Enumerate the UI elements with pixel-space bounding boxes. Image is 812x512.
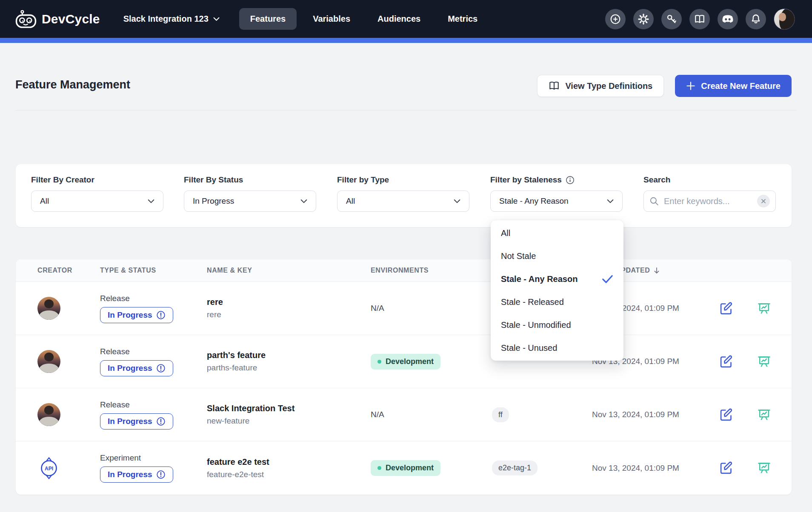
filter-creator-select[interactable]: All (31, 191, 163, 212)
name-key-cell[interactable]: Slack Integration Test new-feature (207, 404, 371, 426)
type-status-cell: Experiment In Progress (100, 453, 207, 483)
dropdown-option-stale-unmodified[interactable]: Stale - Unmodified (491, 313, 623, 336)
dropdown-option-stale-released[interactable]: Stale - Released (491, 290, 623, 313)
feature-key: parths-feature (207, 363, 371, 373)
sort-down-arrow-icon (653, 267, 660, 274)
filter-creator: Filter By Creator All (31, 175, 163, 212)
nav-tab-variables[interactable]: Variables (302, 8, 361, 30)
dropdown-option-not-stale[interactable]: Not Stale (491, 245, 623, 267)
feature-name: rere (207, 297, 371, 307)
project-selector[interactable]: Slack Integration 123 (123, 14, 220, 24)
status-badge[interactable]: In Progress (100, 307, 173, 323)
updated-cell: Nov 13, 2024, 01:09 PM (592, 410, 714, 419)
edit-icon[interactable] (719, 355, 733, 369)
filter-status: Filter By Status In Progress (184, 175, 316, 212)
feature-name: parth's feature (207, 350, 371, 360)
name-key-cell[interactable]: feature e2e test feature-e2e-test (207, 457, 371, 479)
filter-type-label: Filter by Type (337, 175, 469, 185)
filter-type-select[interactable]: All (337, 191, 469, 212)
add-circle-icon[interactable] (605, 9, 626, 29)
feature-management-screen: DevCycle Slack Integration 123 Features … (0, 0, 812, 512)
api-robot-icon: API (37, 457, 60, 480)
navbar-icon-group (605, 9, 795, 30)
exclamation-circle-icon (156, 417, 166, 426)
creator-avatar (37, 350, 60, 373)
features-table: CREATOR TYPE & STATUS NAME & KEY ENVIRON… (16, 259, 792, 495)
status-badge[interactable]: In Progress (100, 413, 173, 430)
col-header-name-key: NAME & KEY (207, 267, 371, 274)
chevron-down-icon (607, 199, 614, 204)
status-badge[interactable]: In Progress (100, 466, 173, 483)
edit-icon[interactable] (719, 302, 733, 316)
type-status-cell: Release In Progress (100, 347, 207, 376)
discord-icon[interactable] (718, 9, 738, 29)
create-new-feature-button[interactable]: Create New Feature (675, 75, 792, 97)
table-row[interactable]: Release In Progress parth's feature part… (16, 335, 792, 388)
info-icon[interactable] (566, 176, 575, 185)
filter-search: Search (643, 175, 776, 212)
feature-key: rere (207, 310, 371, 319)
feature-type: Release (100, 400, 130, 410)
filter-staleness: Filter by Staleness Stale - Any Reason (490, 175, 623, 212)
analytics-icon[interactable] (757, 461, 771, 475)
key-icon[interactable] (661, 9, 682, 29)
filter-staleness-label-text: Filter by Staleness (490, 175, 562, 185)
edit-icon[interactable] (719, 408, 733, 422)
exclamation-circle-icon (156, 364, 166, 373)
search-input[interactable] (664, 196, 752, 206)
feature-type: Release (100, 294, 130, 303)
feature-name: Slack Integration Test (207, 404, 371, 413)
primary-nav: Features Variables Audiences Metrics (239, 8, 489, 30)
brand-logo[interactable]: DevCycle (15, 10, 100, 28)
creator-cell (16, 403, 100, 426)
project-selector-label: Slack Integration 123 (123, 14, 209, 24)
gear-icon[interactable] (633, 9, 654, 29)
name-key-cell[interactable]: rere rere (207, 297, 371, 319)
filter-type-value: All (346, 196, 355, 206)
dropdown-option-all[interactable]: All (491, 222, 623, 245)
dropdown-option-stale-unused[interactable]: Stale - Unused (491, 336, 623, 359)
book-icon[interactable] (689, 9, 710, 29)
analytics-icon[interactable] (757, 302, 771, 316)
filter-staleness-select[interactable]: Stale - Any Reason (490, 191, 623, 212)
dropdown-option-label: Stale - Unmodified (501, 320, 571, 330)
row-actions (714, 355, 792, 369)
environments-value: N/A (371, 304, 384, 313)
check-icon (602, 274, 613, 284)
dropdown-option-stale-any-reason[interactable]: Stale - Any Reason (491, 267, 623, 290)
feature-key: new-feature (207, 416, 371, 426)
accent-bar (0, 38, 812, 43)
view-type-definitions-button[interactable]: View Type Definitions (537, 75, 664, 97)
table-row[interactable]: Release In Progress Slack Integration Te… (16, 388, 792, 441)
nav-tab-audiences[interactable]: Audiences (366, 8, 432, 30)
tags-cell: ff (492, 407, 592, 422)
page-title: Feature Management (15, 78, 130, 91)
filter-type: Filter by Type All (337, 175, 469, 212)
nav-tab-metrics[interactable]: Metrics (437, 8, 489, 30)
api-icon-label: API (45, 465, 53, 471)
exclamation-circle-icon (156, 310, 166, 320)
analytics-icon[interactable] (757, 408, 771, 422)
bell-icon[interactable] (746, 9, 766, 29)
nav-tab-features[interactable]: Features (239, 8, 297, 30)
filter-bar: Filter By Creator All Filter By Status I… (16, 164, 792, 227)
type-status-cell: Release In Progress (100, 400, 207, 430)
status-badge[interactable]: In Progress (100, 360, 173, 376)
row-actions (714, 408, 792, 422)
table-header-row: CREATOR TYPE & STATUS NAME & KEY ENVIRON… (16, 259, 792, 282)
col-header-creator: CREATOR (16, 267, 100, 274)
creator-avatar (37, 403, 60, 426)
name-key-cell[interactable]: parth's feature parths-feature (207, 350, 371, 373)
dropdown-option-label: Stale - Any Reason (501, 274, 578, 284)
environments-cell: N/A (371, 410, 492, 419)
clear-search-icon[interactable] (757, 195, 770, 208)
devcycle-robot-icon (15, 10, 37, 28)
analytics-icon[interactable] (757, 355, 771, 369)
user-avatar[interactable] (774, 9, 795, 30)
edit-icon[interactable] (719, 461, 733, 475)
filter-status-value: In Progress (193, 196, 234, 206)
environment-dot-icon (377, 360, 381, 364)
table-row[interactable]: Release In Progress rere rere N/A Nov 13… (16, 282, 792, 335)
filter-status-select[interactable]: In Progress (184, 191, 316, 212)
table-row[interactable]: API Experiment In Progress feature e2e t… (16, 441, 792, 495)
